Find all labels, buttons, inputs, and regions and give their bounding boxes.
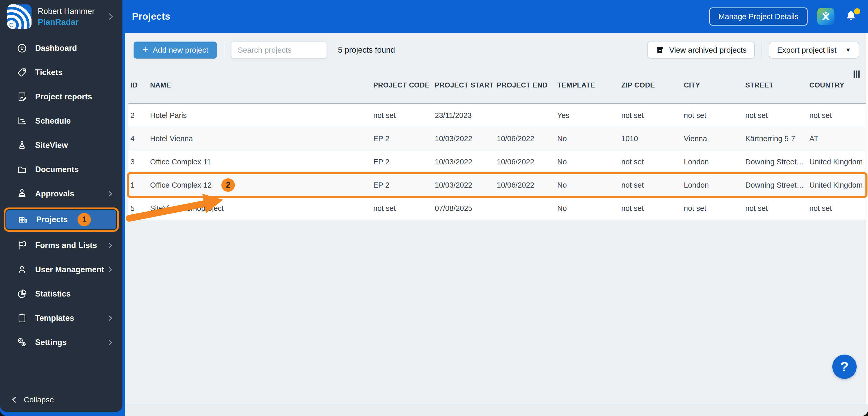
column-header-street: STREET [743,81,807,89]
cell-id: 5 [128,204,148,213]
sidebar-item-label: Project reports [35,92,92,101]
divider [762,41,762,59]
sidebar-item-settings[interactable]: Settings [0,330,122,355]
cell-template: No [555,181,619,189]
table-row[interactable]: 1Office Complex 122EP 210/03/202210/06/2… [128,174,866,197]
collapse-label: Collapse [24,395,54,404]
sidebar-item-tickets[interactable]: Tickets [0,60,122,84]
projects-toolbar: + Add new project 5 projects found View … [125,33,868,67]
column-header-project-end: PROJECT END [495,81,555,89]
cell-project-end: 10/06/2022 [495,134,555,143]
table-header: IDNAMEPROJECT CODEPROJECT STARTPROJECT E… [128,67,866,103]
chevron-right-icon [106,338,115,347]
results-count: 5 projects found [338,45,395,55]
sidebar-item-label: Settings [35,338,67,347]
cell-project-start: 10/03/2022 [433,181,495,189]
cell-project-code: EP 2 [371,134,433,143]
step-badge: 1 [78,213,91,226]
cell-project-code: not set [371,204,433,213]
sidebar-item-templates[interactable]: Templates [0,306,122,330]
cell-project-end: 10/06/2022 [495,181,555,189]
cell-country: not set [807,204,866,213]
cell-zip-code: 1010 [619,134,682,143]
cell-id: 2 [128,111,148,120]
table-row[interactable]: 2Hotel Parisnot set23/11/2023Yesnot setn… [128,104,866,127]
chevron-right-icon [105,11,116,22]
cell-zip-code: not set [619,204,682,213]
column-header-zip-code: ZIP CODE [619,81,682,89]
cell-project-code: EP 2 [371,158,433,166]
help-button[interactable]: ? [832,355,857,379]
folder-icon [16,164,28,175]
cell-name: Office Complex 11 [148,158,371,166]
sidebar-item-user-management[interactable]: User Management [0,257,122,282]
collapse-button[interactable]: Collapse [10,395,54,404]
sidebar-item-label: Projects [36,215,68,224]
view-archived-projects-button[interactable]: View archived projects [647,41,755,59]
cell-template: No [555,134,619,143]
vertical-scrollbar[interactable] [866,33,868,416]
sidebar-item-schedule[interactable]: Schedule [0,109,122,133]
topbar: Projects Manage Project Details [125,0,868,33]
cell-project-start: 10/03/2022 [433,158,495,166]
cell-project-start: 07/08/2025 [433,204,495,213]
cell-name: Hotel Vienna [148,134,371,143]
pie-icon [16,288,28,300]
sidebar-item-label: Approvals [35,189,74,199]
sidebar-item-label: Tickets [35,68,63,77]
table-row[interactable]: 5SiteView Demoprojectnot set07/08/2025No… [128,197,866,220]
planradar-connect-icon[interactable] [817,8,834,25]
sidebar-item-projects[interactable]: Projects1 [6,210,116,229]
projects-table: 2Hotel Parisnot set23/11/2023Yesnot setn… [128,103,866,220]
gears-icon [16,337,28,348]
chevron-right-icon [106,189,115,198]
sidebar-item-approvals[interactable]: Approvals [0,182,122,206]
cell-name: SiteView Demoproject [148,204,371,213]
column-header-name: NAME [148,81,371,89]
account-name: PlanRadar [38,17,105,27]
project-name: SiteView Demoproject [150,204,224,213]
column-header-template: TEMPLATE [555,81,619,89]
search-input[interactable] [231,41,327,59]
cell-city: Vienna [682,134,743,143]
schedule-icon [16,115,28,127]
cell-project-code: not set [371,111,433,120]
cell-street: not set [743,111,807,120]
table-row[interactable]: 4Hotel ViennaEP 210/03/202210/06/2022No1… [128,127,866,150]
sidebar-item-dashboard[interactable]: Dashboard [0,36,122,60]
chevron-right-icon [106,265,115,274]
clipboard-icon [16,312,28,324]
sidebar-item-statistics[interactable]: Statistics [0,282,122,306]
step-badge: 2 [221,178,235,192]
caret-down-icon: ▼ [845,47,851,54]
manage-project-details-button[interactable]: Manage Project Details [709,7,808,26]
column-settings-icon[interactable] [852,70,861,79]
column-header-project-start: PROJECT START [433,81,495,89]
column-header-id: ID [128,81,148,89]
cell-city: London [682,158,743,166]
sidebar-item-label: Documents [35,165,79,174]
archive-icon [655,46,664,55]
footer-strip [125,404,868,416]
sidebar-item-label: Schedule [35,116,71,126]
sidebar-item-siteview[interactable]: SiteView [0,133,122,158]
cell-name: Office Complex 122 [148,178,371,192]
cell-street: Downing Street… [743,181,807,189]
notifications-bell-icon[interactable] [844,9,859,24]
sidebar-item-documents[interactable]: Documents [0,158,122,182]
cell-id: 3 [128,158,148,166]
column-header-project-code: PROJECT CODE [371,81,433,89]
page-title: Projects [132,11,170,22]
cell-id: 4 [128,134,148,143]
cell-name: Hotel Paris [148,111,371,120]
table-row[interactable]: 3Office Complex 11EP 210/03/202210/06/20… [128,150,866,174]
sidebar: Robert Hammer PlanRadar DashboardTickets… [0,0,122,412]
add-new-project-button[interactable]: + Add new project [133,41,217,59]
sidebar-nav: DashboardTicketsProject reportsScheduleS… [0,36,122,355]
sidebar-item-project-reports[interactable]: Project reports [0,84,122,109]
sidebar-item-forms-and-lists[interactable]: Forms and Lists [0,233,122,257]
project-name: Hotel Paris [150,111,187,120]
annotation-ring-projects: Projects1 [4,207,119,232]
export-project-list-button[interactable]: Export project list ▼ [769,41,859,59]
account-switcher[interactable]: Robert Hammer PlanRadar [0,0,122,33]
